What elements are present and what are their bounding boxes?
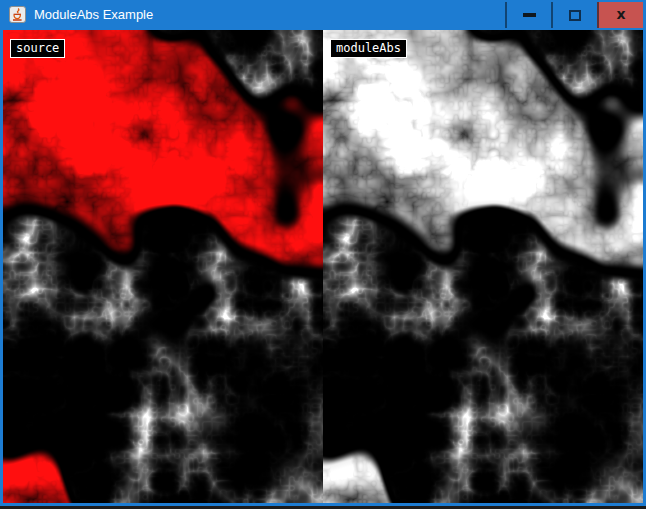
maximize-button[interactable] <box>551 2 597 28</box>
minimize-icon <box>523 13 536 17</box>
close-icon: x <box>616 7 625 21</box>
render-area: source moduleAbs <box>3 30 643 503</box>
close-button[interactable]: x <box>597 2 643 28</box>
titlebar[interactable]: ModuleAbs Example x <box>0 0 646 30</box>
moduleabs-label: moduleAbs <box>330 39 407 58</box>
moduleabs-noise-image <box>323 30 643 503</box>
java-app-icon <box>9 6 26 23</box>
panel-source: source <box>3 30 323 503</box>
maximize-icon <box>569 10 581 21</box>
app-window: ModuleAbs Example x source moduleAbs <box>0 0 646 509</box>
minimize-button[interactable] <box>505 2 551 28</box>
panel-moduleabs: moduleAbs <box>323 30 643 503</box>
source-noise-image <box>3 30 323 503</box>
window-title: ModuleAbs Example <box>34 0 153 29</box>
source-label: source <box>10 39 65 58</box>
window-controls: x <box>505 2 643 28</box>
